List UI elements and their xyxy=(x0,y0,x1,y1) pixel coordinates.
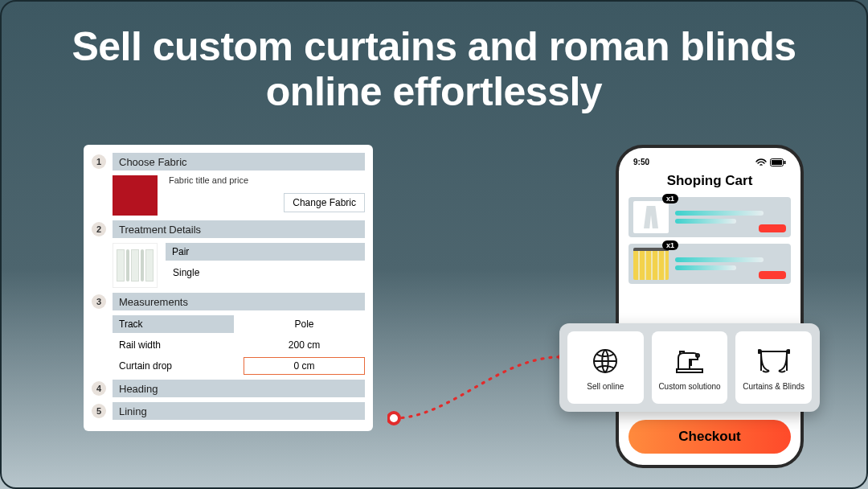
svg-rect-4 xyxy=(772,160,782,165)
feature-label: Sell online xyxy=(587,382,624,391)
treatment-preview-icon xyxy=(113,243,158,288)
feature-custom-solution[interactable]: Custom solutiono xyxy=(652,331,728,404)
step-number: 2 xyxy=(92,222,106,236)
measurement-mode-pole[interactable]: Pole xyxy=(244,315,365,333)
cart-item-thumb xyxy=(633,248,669,280)
step-row-5: 5 Lining xyxy=(92,402,365,420)
battery-icon xyxy=(770,158,786,166)
cart-item-thumb xyxy=(633,201,669,233)
page-headline: Sell custom curtains and roman blinds on… xyxy=(2,2,866,114)
fabric-subtitle: Fabric title and price xyxy=(166,175,365,185)
step-title[interactable]: Measurements xyxy=(113,293,365,310)
svg-rect-3 xyxy=(784,161,786,164)
step-title[interactable]: Treatment Details xyxy=(113,220,365,238)
globe-icon xyxy=(589,345,621,377)
step-title[interactable]: Heading xyxy=(113,380,365,397)
cart-item[interactable]: x1 xyxy=(628,197,791,237)
feature-strip: Sell online Custom solutiono Curtains & … xyxy=(559,323,820,412)
step-number: 1 xyxy=(92,154,106,169)
step-row-3: 3 Measurements xyxy=(92,293,365,310)
qty-badge: x1 xyxy=(662,240,678,250)
feature-curtains-blinds[interactable]: Curtains & Blinds xyxy=(735,331,812,404)
phone-title: Shoping Cart xyxy=(628,173,791,189)
measurement-mode-track[interactable]: Track xyxy=(113,315,234,333)
curtain-icon xyxy=(758,345,790,377)
sewing-machine-icon xyxy=(674,345,706,377)
svg-point-0 xyxy=(388,413,399,424)
feature-sell-online[interactable]: Sell online xyxy=(567,331,644,404)
configurator-panel: 1 Choose Fabric Fabric title and price C… xyxy=(84,145,373,431)
curtain-drop-label: Curtain drop xyxy=(113,357,234,375)
step-number: 4 xyxy=(92,381,106,396)
cart-item-price xyxy=(759,224,786,232)
wifi-icon xyxy=(755,158,767,166)
curtain-drop-value[interactable]: 0 cm xyxy=(244,357,365,375)
step-title[interactable]: Lining xyxy=(113,402,365,420)
feature-label: Custom solutiono xyxy=(658,382,720,391)
step-number: 3 xyxy=(92,294,106,309)
change-fabric-button[interactable]: Change Fabric xyxy=(284,193,365,212)
phone-statusbar: 9:50 xyxy=(628,156,791,170)
cart-item-price xyxy=(759,271,786,279)
step-row-2: 2 Treatment Details xyxy=(92,220,365,238)
qty-badge: x1 xyxy=(662,194,678,203)
step-title[interactable]: Choose Fabric xyxy=(113,153,365,171)
step-number: 5 xyxy=(92,404,106,418)
cart-item-lines xyxy=(675,257,786,270)
checkout-button[interactable]: Checkout xyxy=(628,420,791,454)
cart-item-lines xyxy=(675,211,786,224)
fabric-swatch[interactable] xyxy=(113,175,158,216)
step-row-1: 1 Choose Fabric xyxy=(92,153,365,171)
rail-width-label: Rail width xyxy=(113,336,234,354)
connector-line xyxy=(387,347,572,428)
cart-item[interactable]: x1 xyxy=(628,244,791,284)
svg-point-7 xyxy=(758,350,761,353)
step-row-4: 4 Heading xyxy=(92,380,365,397)
rail-width-value[interactable]: 200 cm xyxy=(244,336,365,354)
treatment-option-pair[interactable]: Pair xyxy=(166,243,365,261)
phone-time: 9:50 xyxy=(633,158,649,166)
phone-mockup: 9:50 Shoping Cart x1 x1 Checkout xyxy=(616,145,804,468)
feature-label: Curtains & Blinds xyxy=(743,382,805,391)
svg-point-8 xyxy=(787,350,790,353)
treatment-option-single[interactable]: Single xyxy=(166,264,365,281)
